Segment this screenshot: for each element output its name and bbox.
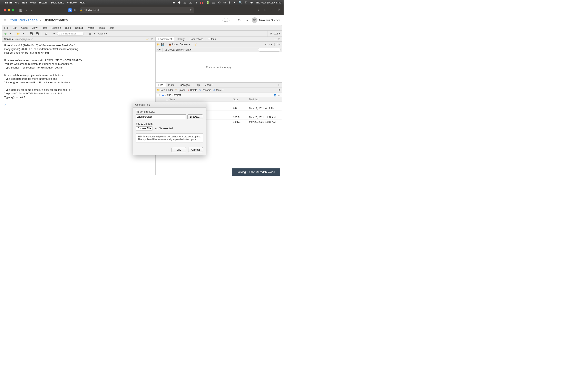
privacy-shield-icon[interactable]: ⛨	[74, 8, 77, 12]
ide-menu-file[interactable]: File	[4, 26, 9, 29]
more-menu-icon[interactable]: ⋯	[244, 18, 248, 22]
delete-button[interactable]: ✖Delete	[187, 89, 197, 92]
ide-menu-view[interactable]: View	[32, 26, 37, 29]
ide-menu-profile[interactable]: Profile	[87, 26, 95, 29]
open-folder-icon[interactable]: 📂	[16, 32, 21, 35]
save-all-icon[interactable]: 💾	[35, 32, 40, 35]
new-file-icon[interactable]: ⊕	[3, 32, 8, 36]
cloud2-icon[interactable]: ☁	[189, 1, 192, 4]
menu-help[interactable]: Help	[80, 1, 85, 4]
import-dataset-button[interactable]: 📥 Import Dataset ▾	[168, 43, 190, 46]
env-search-input[interactable]	[258, 48, 281, 52]
goto-icon[interactable]: ➜	[52, 32, 56, 35]
tab-environment[interactable]: Environment	[156, 37, 174, 42]
site-favicon[interactable]: S	[68, 8, 72, 12]
downloads-icon[interactable]: ⤓	[257, 8, 259, 12]
console-path-icon[interactable]: ⇗	[31, 38, 33, 41]
menu-history[interactable]: History	[39, 1, 47, 4]
list-view-button[interactable]: ≡ List ▾	[264, 43, 272, 46]
bluetooth-icon[interactable]: ᚼ	[229, 1, 230, 4]
save-icon[interactable]: 💾	[29, 32, 34, 35]
goto-file-input[interactable]: Go to file/function	[57, 32, 84, 36]
zoom-window-button[interactable]	[12, 9, 14, 11]
choose-file-button[interactable]: Choose File	[136, 126, 153, 131]
person-icon[interactable]: 👤	[273, 94, 277, 96]
target-directory-input[interactable]	[136, 114, 186, 119]
refresh-env-icon[interactable]: ⟳ ▾	[277, 43, 281, 46]
r-version[interactable]: R 4.0.3 ▾	[267, 31, 280, 36]
menubar-clock[interactable]: Thu May 20 11:45 AM	[256, 1, 282, 4]
tab-tutorial[interactable]: Tutorial	[206, 37, 219, 42]
back-button[interactable]: ‹	[26, 8, 27, 12]
forward-button[interactable]: ›	[31, 8, 32, 12]
cloud-icon[interactable]: ☁	[183, 1, 186, 4]
new-folder-button[interactable]: 📁New Folder	[157, 89, 173, 92]
timemachine-icon[interactable]: ⟲	[218, 1, 221, 4]
tabs-overview-icon[interactable]: ⧉	[278, 8, 280, 12]
rename-button[interactable]: ✎Rename	[199, 89, 211, 92]
siri-icon[interactable]: ◉	[250, 1, 253, 4]
pane-window-buttons[interactable]: — ▢	[274, 38, 281, 40]
menu-edit[interactable]: Edit	[22, 1, 27, 4]
close-window-button[interactable]	[4, 9, 6, 11]
ide-menu-plots[interactable]: Plots	[42, 26, 47, 29]
tab-help[interactable]: Help	[192, 83, 203, 87]
tab-history[interactable]: History	[174, 37, 187, 42]
menu-bookmarks[interactable]: Bookmarks	[51, 1, 64, 4]
wifi-icon[interactable]: ✶	[233, 1, 236, 4]
ide-menu-edit[interactable]: Edit	[13, 26, 17, 29]
refresh-files-icon[interactable]: ⟳	[278, 89, 281, 92]
console-output[interactable]: R version 4.0.3 (2020-10-10) -- "Bunny-W…	[2, 42, 155, 175]
hamburger-icon[interactable]: ≡	[4, 18, 6, 22]
address-bar[interactable]: 🔒 rstudio.cloud ⟳	[80, 7, 194, 13]
grid-icon[interactable]: ▦	[88, 32, 92, 35]
ide-menu-session[interactable]: Session	[52, 26, 61, 29]
new-tab-icon[interactable]: ＋	[270, 8, 274, 12]
ide-menu-build[interactable]: Build	[65, 26, 71, 29]
col-name[interactable]: ▲ Name	[156, 98, 233, 101]
app-name[interactable]: Safari	[4, 1, 12, 4]
maximize-pane-icon[interactable]: ▢	[151, 38, 153, 41]
clear-console-icon[interactable]: 🧹	[146, 38, 149, 41]
sidebar-toggle-icon[interactable]: ▥	[19, 8, 22, 12]
dock-icon[interactable]: ⊓	[195, 1, 197, 4]
broom-icon[interactable]: 🧹	[194, 43, 198, 46]
crumb-cloud[interactable]: Cloud	[165, 94, 171, 96]
ellipsis-icon[interactable]: …	[278, 94, 281, 96]
crumb-project[interactable]: project	[173, 94, 181, 96]
tab-viewer[interactable]: Viewer	[202, 83, 215, 87]
menu-window[interactable]: Window	[67, 1, 77, 4]
status-icon[interactable]: ▣	[173, 1, 175, 4]
control-center-icon[interactable]: ⚙	[245, 1, 247, 4]
print-icon[interactable]: 🖨	[44, 32, 48, 35]
tab-files[interactable]: Files	[156, 83, 166, 87]
dropbox-icon[interactable]: ⬢	[178, 1, 181, 4]
pane-window-buttons[interactable]: — ▢	[274, 83, 281, 86]
load-ws-icon[interactable]: 📂	[157, 43, 160, 46]
ok-button[interactable]: OK	[172, 147, 186, 152]
pause-icon[interactable]: ▮▮	[200, 1, 203, 4]
addins-button[interactable]: Addins ▾	[97, 32, 108, 35]
col-modified[interactable]: Modified	[249, 98, 282, 101]
share-icon[interactable]: ⇪	[264, 8, 266, 12]
avatar[interactable]: NS	[252, 17, 258, 23]
ram-gauge[interactable]: RAM	[222, 18, 230, 22]
browse-button[interactable]: Browse...	[187, 114, 203, 119]
minimize-window-button[interactable]	[8, 9, 10, 11]
tab-packages[interactable]: Packages	[176, 83, 192, 87]
breadcrumb-workspace[interactable]: Your Workspace	[9, 18, 38, 22]
battery-icon[interactable]: 🔋	[206, 1, 209, 4]
upload-button[interactable]: ⬆Upload	[175, 89, 185, 92]
tab-connections[interactable]: Connections	[187, 37, 206, 42]
menu-file[interactable]: File	[15, 1, 19, 4]
ide-menu-help[interactable]: Help	[109, 26, 114, 29]
more-button[interactable]: ⚙More ▾	[213, 89, 223, 92]
airdrop-icon[interactable]: ◎	[223, 1, 226, 4]
r-lang-selector[interactable]: R ▾	[157, 48, 160, 51]
cancel-button[interactable]: Cancel	[188, 147, 203, 152]
menu-view[interactable]: View	[30, 1, 36, 4]
select-all-checkbox[interactable]	[157, 94, 159, 96]
console-tab[interactable]: Console	[4, 38, 13, 41]
col-size[interactable]: Size	[233, 98, 249, 101]
tab-plots[interactable]: Plots	[166, 83, 176, 87]
